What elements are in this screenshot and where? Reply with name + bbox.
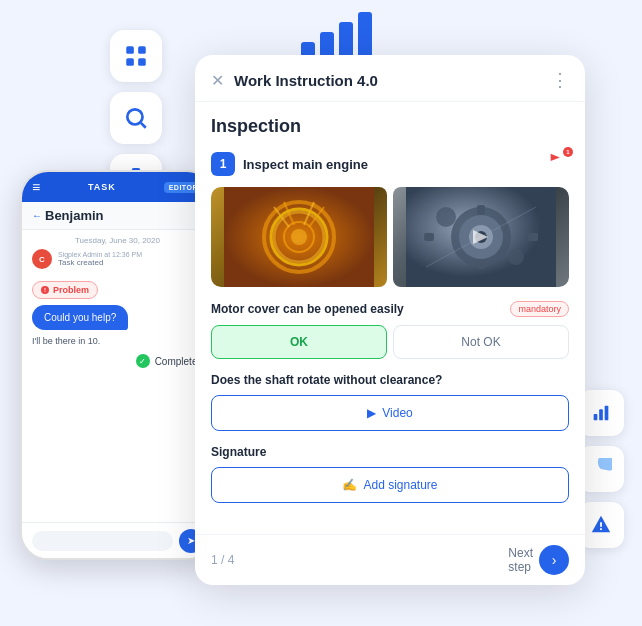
grid-icon: [123, 43, 149, 69]
bar-chart-icon: [590, 402, 612, 424]
message-input[interactable]: [32, 531, 173, 551]
svg-rect-13: [600, 528, 602, 530]
svg-rect-3: [138, 58, 146, 66]
card-title: Work Instruction 4.0: [234, 72, 551, 89]
task-created-text: Task created: [58, 258, 203, 267]
phone-date: Tuesday, June 30, 2020: [22, 230, 213, 249]
section-title: Inspection: [211, 116, 569, 137]
svg-point-33: [436, 207, 456, 227]
phone-status-bar: ≡ TASK EDITOR: [22, 172, 213, 202]
step-number: 1: [211, 152, 235, 176]
step-label: Inspect main engine: [243, 157, 539, 172]
phone-back-nav[interactable]: ← Benjamin: [32, 208, 104, 223]
problem-badge: ! Problem: [32, 281, 98, 299]
video-label: Video: [382, 406, 412, 420]
problem-label: Problem: [53, 285, 89, 295]
signature-section-label: Signature: [211, 445, 569, 459]
svg-line-5: [141, 123, 146, 128]
signature-icon: ✍: [342, 478, 357, 492]
phone-message-area: C Sigplex Admin at 12:36 PM Task created…: [22, 249, 213, 368]
svg-point-34: [508, 249, 524, 265]
phone-header: ← Benjamin ✎: [22, 202, 213, 230]
next-button[interactable]: ›: [539, 545, 569, 575]
contact-name: Benjamin: [45, 208, 104, 223]
phone-input-bar: ➤: [22, 522, 213, 558]
svg-rect-2: [126, 58, 134, 66]
card-header: ✕ Work Instruction 4.0 ⋮: [195, 55, 585, 102]
phone-mockup: ≡ TASK EDITOR ← Benjamin ✎ Tuesday, June…: [20, 170, 215, 560]
svg-rect-30: [477, 259, 485, 269]
completed-row: ✓ Completed: [32, 354, 203, 368]
svg-rect-31: [424, 233, 434, 241]
back-arrow-icon: ←: [32, 210, 42, 221]
svg-point-4: [127, 109, 142, 124]
search-icon: [123, 105, 149, 131]
hamburger-icon: ≡: [32, 179, 40, 195]
more-button[interactable]: ⋮: [551, 69, 569, 91]
problem-dot-icon: !: [41, 286, 49, 294]
reply-message: I'll be there in 10.: [32, 336, 203, 346]
mandatory-badge: mandatory: [510, 301, 569, 317]
video-button[interactable]: ▶ Video: [211, 395, 569, 431]
svg-rect-29: [477, 205, 485, 215]
system-sender: Sigplex Admin at 12:36 PM: [58, 251, 203, 258]
ok-button[interactable]: OK: [211, 325, 387, 359]
add-signature-button[interactable]: ✍ Add signature: [211, 467, 569, 503]
video-icon: ▶: [367, 406, 376, 420]
blue-bubble: Could you help?: [32, 305, 203, 336]
svg-rect-10: [599, 409, 603, 420]
next-step-label: Nextstep: [508, 546, 533, 574]
svg-rect-9: [594, 414, 598, 420]
svg-rect-32: [528, 233, 538, 241]
engine-coil-graphic: [211, 187, 387, 287]
motor-cover-label: Motor cover can be opened easily: [211, 302, 404, 316]
flag-icon-container: 1: [547, 151, 569, 177]
shaft-question-label: Does the shaft rotate without clearance?: [211, 373, 569, 387]
main-card: ✕ Work Instruction 4.0 ⋮ Inspection 1 In…: [195, 55, 585, 585]
not-ok-button[interactable]: Not OK: [393, 325, 569, 359]
svg-rect-0: [126, 46, 134, 54]
check-circle-icon: ✓: [136, 354, 150, 368]
close-button[interactable]: ✕: [211, 71, 224, 90]
engine-image-left: [211, 187, 387, 287]
warning-icon: [590, 514, 612, 536]
add-signature-label: Add signature: [363, 478, 437, 492]
engine-image-right: [393, 187, 569, 287]
card-footer: 1 / 4 Nextstep ›: [195, 534, 585, 585]
motor-cover-row: Motor cover can be opened easily mandato…: [211, 301, 569, 317]
phone-task-label: TASK: [88, 182, 116, 192]
next-step-group: Nextstep ›: [508, 545, 569, 575]
system-message: C Sigplex Admin at 12:36 PM Task created: [32, 249, 203, 269]
svg-rect-12: [600, 522, 602, 527]
card-body: Inspection 1 Inspect main engine 1: [195, 102, 585, 534]
svg-rect-1: [138, 46, 146, 54]
search-icon-box[interactable]: [110, 92, 162, 144]
avatar: C: [32, 249, 52, 269]
flag-badge: 1: [563, 147, 573, 157]
svg-point-18: [291, 229, 307, 245]
system-msg-content: Sigplex Admin at 12:36 PM Task created: [58, 251, 203, 267]
grid-icon-box[interactable]: [110, 30, 162, 82]
bar-4: [358, 12, 372, 60]
step-header: 1 Inspect main engine 1: [211, 151, 569, 177]
image-strip: [211, 187, 569, 287]
bubble-message: Could you help?: [32, 305, 128, 330]
bar-chart: [301, 10, 372, 60]
svg-rect-11: [605, 406, 609, 421]
next-icon: ›: [552, 552, 557, 568]
engine-gear-graphic: [393, 187, 569, 287]
pie-chart-icon: [590, 458, 612, 480]
pagination: 1 / 4: [211, 553, 234, 567]
ok-buttons-group: OK Not OK: [211, 325, 569, 359]
